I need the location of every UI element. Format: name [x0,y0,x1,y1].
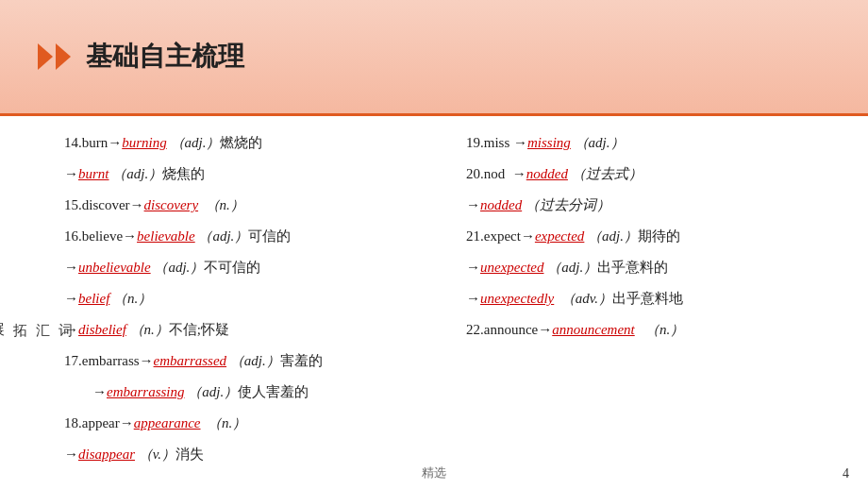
page-number: 4 [843,466,849,481]
word-unexpectedly: unexpectedly [480,291,554,306]
entry-19-line: 19.miss →missing （adj.） [466,130,849,156]
entry-21-line: 21.expect→expected （adj.）期待的 [466,224,849,249]
page-title: 基础自主梳理 [86,39,244,75]
entry-16c-line: →belief （n.） [64,286,447,312]
word-belief: belief [78,291,109,306]
header-section: 基础自主梳理 [0,0,868,113]
right-panel: 19.miss →missing （adj.） 20.nod →nodded （… [466,126,849,480]
word-nodded-1: nodded [526,166,568,181]
entry-20b: →nodded （过去分词） [466,193,849,218]
entry-16b-line: →unbelievable （adj.）不可信的 [64,255,447,280]
entry-17: 17.embarrass→embarrassed （adj.）害羞的 [64,348,447,374]
footer-watermark: 精选 [422,464,446,481]
entry-18: 18.appear→appearance （n.） [64,411,447,436]
entry-15-line: 15.discover→discovery （n.） [64,193,447,218]
entry-15: 15.discover→discovery （n.） [64,193,447,218]
word-embarrassed: embarrassed [154,353,227,368]
entry-14b: →burnt （adj.）烧焦的 [64,161,447,187]
entry-16-line: 16.believe→believable （adj.）可信的 [64,224,447,249]
entry-16c: →belief （n.） [64,286,447,312]
content-area: 词汇拓展 14.burn→burning （adj.）燃烧的 →burnt （a… [0,116,868,489]
word-disbelief: disbelief [78,322,126,337]
word-burnt: burnt [78,166,109,181]
word-discovery: discovery [144,197,198,212]
word-nodded-2: nodded [480,197,522,212]
header-icon [38,43,71,70]
entry-22: 22.announce→announcement （n.） [466,317,849,343]
entry-18-line: 18.appear→appearance （n.） [64,411,447,436]
chevron-right-icon [56,43,71,70]
entry-21c: →unexpectedly （adv.）出乎意料地 [466,286,849,312]
word-burning: burning [122,135,167,150]
word-unexpected: unexpected [480,260,543,275]
word-announcement: announcement [552,322,634,337]
entry-17b-line: →embarrassing （adj.）使人害羞的 [64,379,447,405]
word-embarrassing: embarrassing [107,384,185,399]
entry-16b: →unbelievable （adj.）不可信的 [64,255,447,280]
entry-14-line: 14.burn→burning （adj.）燃烧的 [64,130,447,156]
entry-20: 20.nod →nodded （过去式） [466,161,849,187]
word-appearance: appearance [134,415,201,430]
entry-20b-line: →nodded （过去分词） [466,193,849,218]
word-expected: expected [535,228,584,244]
entry-16: 16.believe→believable （adj.）可信的 [64,224,447,249]
entry-16d-line: →disbelief （n.）不信;怀疑 [64,317,447,343]
entry-17b: →embarrassing （adj.）使人害羞的 [64,379,447,405]
entry-21b-line: →unexpected （adj.）出乎意料的 [466,255,849,280]
label-column: 词汇拓展 [0,116,64,489]
entry-18b: →disappear （v.）消失 [64,442,447,467]
double-chevron-icon [38,43,71,70]
entry-20-line: 20.nod →nodded （过去式） [466,161,849,187]
chevron-left-icon [38,43,53,70]
word-disappear: disappear [78,447,135,462]
word-missing: missing [527,135,571,150]
entry-17-line: 17.embarrass→embarrassed （adj.）害羞的 [64,348,447,374]
main-content: 14.burn→burning （adj.）燃烧的 →burnt （adj.）烧… [64,116,868,489]
entry-21b: →unexpected （adj.）出乎意料的 [466,255,849,280]
entry-16d: →disbelief （n.）不信;怀疑 [64,317,447,343]
entry-14b-line: →burnt （adj.）烧焦的 [64,161,447,187]
word-believable: believable [137,228,195,244]
left-panel: 14.burn→burning （adj.）燃烧的 →burnt （adj.）烧… [64,126,447,480]
entry-18b-line: →disappear （v.）消失 [64,442,447,467]
entry-22-line: 22.announce→announcement （n.） [466,317,849,343]
entry-19: 19.miss →missing （adj.） [466,130,849,156]
word-unbelievable: unbelievable [78,260,151,275]
entry-21: 21.expect→expected （adj.）期待的 [466,224,849,249]
entry-21c-line: →unexpectedly （adv.）出乎意料地 [466,286,849,312]
entry-14: 14.burn→burning （adj.）燃烧的 [64,130,447,156]
